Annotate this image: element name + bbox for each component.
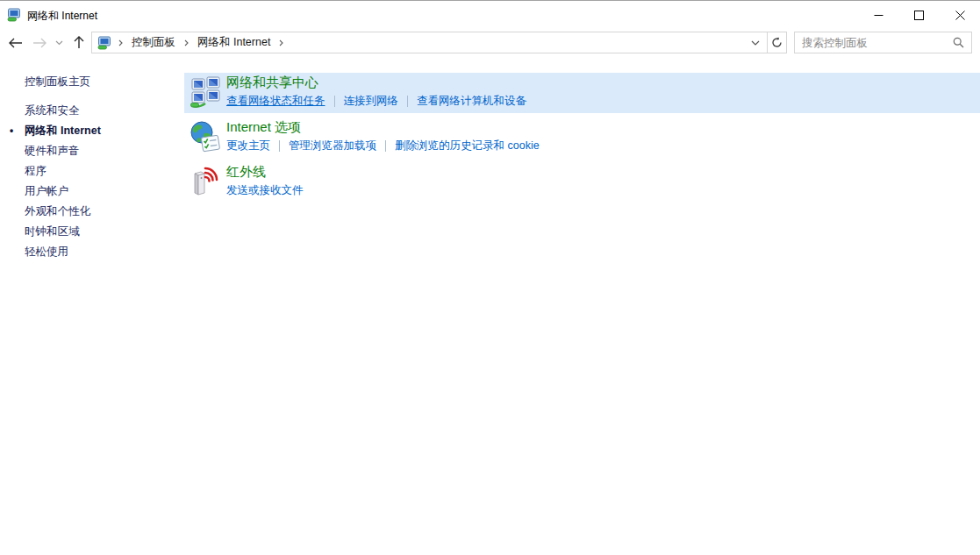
title-bar: 网络和 Internet — [0, 2, 980, 29]
control-panel-window: 网络和 Internet — [0, 0, 980, 555]
sidebar-item-programs[interactable]: 程序 — [25, 161, 178, 181]
selected-bullet-icon: • — [10, 121, 13, 141]
breadcrumb-chevron-icon[interactable] — [111, 32, 130, 53]
maximize-button[interactable] — [898, 2, 939, 29]
sidebar-item-label: 轻松使用 — [25, 245, 68, 258]
sidebar-item-label: 硬件和声音 — [25, 145, 80, 157]
sidebar-item-label: 时钟和区域 — [25, 225, 80, 238]
link-change-home-page[interactable]: 更改主页 — [226, 139, 270, 153]
internet-options-icon — [190, 121, 222, 153]
breadcrumb-network-and-internet[interactable]: 网络和 Internet — [196, 35, 272, 50]
sidebar-item-control-panel-home[interactable]: 控制面板主页 — [25, 72, 178, 92]
breadcrumb-chevron-icon[interactable] — [177, 32, 196, 53]
category-title-infrared[interactable]: 红外线 — [226, 164, 304, 181]
main-content: 网络和共享中心 查看网络状态和任务 连接到网络 查看网络计算机和设备 — [184, 73, 980, 207]
search-input[interactable] — [795, 32, 953, 53]
window-title: 网络和 Internet — [27, 9, 97, 24]
link-separator — [334, 96, 335, 107]
search-icon[interactable] — [953, 37, 964, 48]
minimize-button[interactable] — [858, 2, 898, 29]
sidebar-item-user-accounts[interactable]: 用户帐户 — [25, 181, 178, 202]
sidebar-item-network-internet[interactable]: • 网络和 Internet — [25, 121, 178, 141]
link-view-network-status-tasks[interactable]: 查看网络状态和任务 — [226, 94, 325, 109]
breadcrumb-control-panel[interactable]: 控制面板 — [130, 35, 177, 50]
category-infrared[interactable]: 红外线 发送或接收文件 — [184, 162, 980, 203]
sidebar-item-label: 用户帐户 — [25, 185, 68, 197]
up-button[interactable] — [68, 29, 89, 56]
link-separator — [385, 140, 386, 152]
sidebar-item-label: 控制面板主页 — [25, 75, 90, 88]
sidebar-item-label: 程序 — [25, 165, 46, 177]
search-box — [794, 32, 972, 53]
control-panel-small-icon — [97, 36, 111, 50]
navigation-bar: 控制面板 网络和 Internet — [0, 29, 980, 56]
link-view-network-computers-devices[interactable]: 查看网络计算机和设备 — [417, 94, 526, 109]
close-button[interactable] — [940, 2, 980, 29]
sidebar-item-label: 网络和 Internet — [25, 125, 101, 137]
sidebar-item-label: 系统和安全 — [25, 104, 80, 117]
network-sharing-center-icon — [190, 76, 222, 108]
sidebar-item-ease-of-access[interactable]: 轻松使用 — [25, 242, 178, 262]
refresh-button[interactable] — [767, 32, 787, 53]
sidebar-item-hardware-sound[interactable]: 硬件和声音 — [25, 141, 178, 161]
sidebar: 控制面板主页 系统和安全 • 网络和 Internet 硬件和声音 程序 用户帐… — [25, 72, 178, 262]
link-manage-browser-addons[interactable]: 管理浏览器加载项 — [289, 139, 376, 153]
link-separator — [407, 96, 408, 107]
category-title-internet-options[interactable]: Internet 选项 — [226, 119, 540, 136]
forward-button[interactable] — [28, 29, 51, 56]
recent-locations-chevron-icon[interactable] — [51, 29, 67, 56]
sidebar-item-label: 外观和个性化 — [25, 205, 90, 217]
link-connect-to-network[interactable]: 连接到网络 — [344, 94, 399, 109]
sidebar-item-appearance-personalization[interactable]: 外观和个性化 — [25, 202, 178, 222]
sidebar-item-clock-region[interactable]: 时钟和区域 — [25, 222, 178, 242]
link-delete-browsing-history-cookies[interactable]: 删除浏览的历史记录和 cookie — [395, 139, 540, 153]
back-button[interactable] — [4, 29, 26, 56]
control-panel-icon — [7, 8, 21, 22]
breadcrumb-chevron-icon[interactable] — [272, 32, 290, 53]
link-separator — [279, 140, 280, 152]
link-send-receive-files[interactable]: 发送或接收文件 — [226, 183, 304, 198]
category-title-network-sharing-center[interactable]: 网络和共享中心 — [226, 75, 526, 91]
category-network-sharing-center[interactable]: 网络和共享中心 查看网络状态和任务 连接到网络 查看网络计算机和设备 — [184, 73, 980, 113]
sidebar-item-system-security[interactable]: 系统和安全 — [25, 101, 178, 121]
address-dropdown-chevron-icon[interactable] — [748, 32, 763, 53]
infrared-icon — [190, 166, 222, 197]
category-internet-options[interactable]: Internet 选项 更改主页 管理浏览器加载项 删除浏览的历史记录和 coo… — [184, 117, 980, 158]
address-bar[interactable]: 控制面板 网络和 Internet — [91, 32, 768, 53]
